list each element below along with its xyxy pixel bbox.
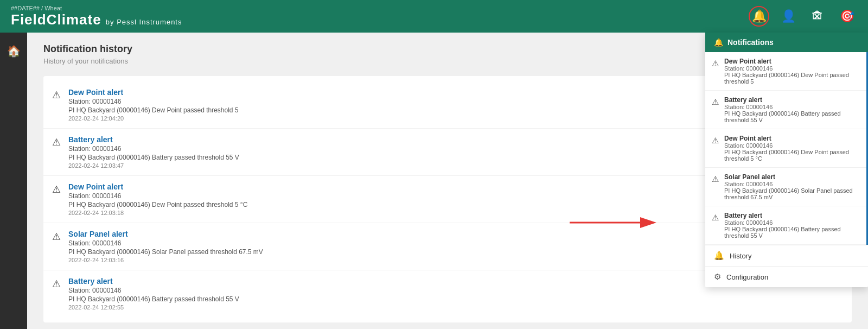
notifications-bell-button[interactable]: 🔔 <box>749 6 769 27</box>
notification-message: PI HQ Backyard (00000146) Battery passed… <box>68 154 239 161</box>
notification-title: Dew Point alert <box>68 182 247 191</box>
dropdown-notif-title: Solar Panel alert <box>724 173 860 181</box>
header-icons: 🔔 👤 🏚 🎯 <box>749 6 857 27</box>
dropdown-notif-station: Station: 00000146 <box>724 219 860 226</box>
history-label: History <box>730 252 751 260</box>
dropdown-warning-icon: ⚠ <box>712 213 719 223</box>
dropdown-notif-title: Battery alert <box>724 212 860 219</box>
logo: ##DATE## / Wheat FieldClimate by Pessl I… <box>11 5 182 28</box>
dropdown-notification-item[interactable]: ⚠ Solar Panel alert Station: 00000146 PI… <box>705 168 866 206</box>
notification-time: 2022-02-24 12:03:47 <box>68 162 239 169</box>
configuration-label: Configuration <box>726 273 768 281</box>
notification-time: 2022-02-24 12:02:55 <box>68 304 239 311</box>
map-button[interactable]: 🎯 <box>837 6 857 27</box>
stations-icon: 🏚 <box>812 9 824 23</box>
svg-marker-1 <box>640 217 656 228</box>
brand-name: FieldClimate by Pessl Instruments <box>11 11 182 28</box>
map-icon: 🎯 <box>840 9 854 23</box>
header: ##DATE## / Wheat FieldClimate by Pessl I… <box>0 0 868 33</box>
warning-icon: ⚠ <box>52 184 61 195</box>
notification-title: Battery alert <box>68 277 239 286</box>
notification-message: PI HQ Backyard (00000146) Battery passed… <box>68 295 239 303</box>
notification-title: Dew Point alert <box>68 88 239 97</box>
notification-station: Station: 00000146 <box>68 192 247 200</box>
dropdown-notif-message: PI HQ Backyard (00000146) Solar Panel pa… <box>724 187 860 200</box>
user-icon: 👤 <box>781 9 796 23</box>
notification-message: PI HQ Backyard (00000146) Dew Point pass… <box>68 106 239 114</box>
notification-time: 2022-02-24 12:03:16 <box>68 257 263 263</box>
dropdown-notif-title: Battery alert <box>724 96 860 104</box>
dropdown-notif-message: PI HQ Backyard (00000146) Dew Point pass… <box>724 72 860 85</box>
notification-station: Station: 00000146 <box>68 98 239 105</box>
dropdown-notif-message: PI HQ Backyard (00000146) Dew Point pass… <box>724 149 860 162</box>
dropdown-notification-item[interactable]: ⚠ Dew Point alert Station: 00000146 PI H… <box>705 52 866 91</box>
history-footer-item[interactable]: 🔔 History <box>705 245 868 266</box>
notification-time: 2022-02-24 12:04:20 <box>68 115 239 122</box>
dropdown-notif-station: Station: 00000146 <box>724 142 860 149</box>
notification-station: Station: 00000146 <box>68 239 263 247</box>
bell-icon: 🔔 <box>752 9 767 23</box>
notification-body: Battery alert Station: 00000146 PI HQ Ba… <box>68 277 239 311</box>
dropdown-notif-body: Solar Panel alert Station: 00000146 PI H… <box>724 173 860 200</box>
warning-icon: ⚠ <box>52 136 61 148</box>
notification-station: Station: 00000146 <box>68 287 239 294</box>
dropdown-notif-title: Dew Point alert <box>724 135 860 142</box>
notification-title: Battery alert <box>68 135 239 144</box>
dropdown-notif-body: Battery alert Station: 00000146 PI HQ Ba… <box>724 96 860 123</box>
notification-station: Station: 00000146 <box>68 145 239 153</box>
stations-button[interactable]: 🏚 <box>807 6 828 27</box>
dropdown-notif-message: PI HQ Backyard (00000146) Battery passed… <box>724 226 860 239</box>
warning-icon: ⚠ <box>52 231 61 243</box>
dropdown-bell-icon: 🔔 <box>714 38 723 47</box>
dropdown-warning-icon: ⚠ <box>712 59 719 68</box>
dropdown-notification-item[interactable]: ⚠ Dew Point alert Station: 00000146 PI H… <box>705 129 866 168</box>
dropdown-warning-icon: ⚠ <box>712 174 719 184</box>
configuration-footer-item[interactable]: ⚙ Configuration <box>705 266 868 287</box>
gear-icon: ⚙ <box>714 272 721 282</box>
warning-icon: ⚠ <box>52 89 61 101</box>
dropdown-header-label: Notifications <box>727 38 774 47</box>
date-wheat-label: ##DATE## / Wheat <box>11 5 182 11</box>
history-bell-icon: 🔔 <box>714 251 724 261</box>
dropdown-notification-list: ⚠ Dew Point alert Station: 00000146 PI H… <box>705 52 868 245</box>
notifications-dropdown: 🔔 Notifications ⚠ Dew Point alert Statio… <box>705 33 868 287</box>
dropdown-warning-icon: ⚠ <box>712 97 719 107</box>
arrow-indicator <box>570 212 656 236</box>
dropdown-notif-title: Dew Point alert <box>724 58 860 65</box>
dropdown-notif-message: PI HQ Backyard (00000146) Battery passed… <box>724 110 860 123</box>
notification-message: PI HQ Backyard (00000146) Dew Point pass… <box>68 201 247 208</box>
dropdown-header: 🔔 Notifications <box>705 33 868 52</box>
notification-title: Solar Panel alert <box>68 230 263 238</box>
notification-body: Battery alert Station: 00000146 PI HQ Ba… <box>68 135 239 169</box>
dropdown-notif-body: Dew Point alert Station: 00000146 PI HQ … <box>724 135 860 162</box>
by-pessl: by Pessl Instruments <box>106 18 182 26</box>
dropdown-notif-station: Station: 00000146 <box>724 181 860 187</box>
notification-body: Solar Panel alert Station: 00000146 PI H… <box>68 230 263 263</box>
dropdown-notification-item[interactable]: ⚠ Battery alert Station: 00000146 PI HQ … <box>705 91 866 129</box>
sidebar: 🏠 <box>0 33 27 329</box>
dropdown-notif-body: Battery alert Station: 00000146 PI HQ Ba… <box>724 212 860 239</box>
user-profile-button[interactable]: 👤 <box>778 6 799 27</box>
notification-body: Dew Point alert Station: 00000146 PI HQ … <box>68 182 247 216</box>
dropdown-warning-icon: ⚠ <box>712 136 719 145</box>
sidebar-home-icon[interactable]: 🏠 <box>7 38 21 64</box>
notification-time: 2022-02-24 12:03:18 <box>68 210 247 216</box>
dropdown-notif-station: Station: 00000146 <box>724 104 860 110</box>
notification-body: Dew Point alert Station: 00000146 PI HQ … <box>68 88 239 122</box>
arrow-svg <box>570 212 656 233</box>
dropdown-notif-station: Station: 00000146 <box>724 65 860 72</box>
warning-icon: ⚠ <box>52 278 61 290</box>
dropdown-notification-item[interactable]: ⚠ Battery alert Station: 00000146 PI HQ … <box>705 206 866 245</box>
notification-message: PI HQ Backyard (00000146) Solar Panel pa… <box>68 248 263 256</box>
dropdown-notif-body: Dew Point alert Station: 00000146 PI HQ … <box>724 58 860 85</box>
